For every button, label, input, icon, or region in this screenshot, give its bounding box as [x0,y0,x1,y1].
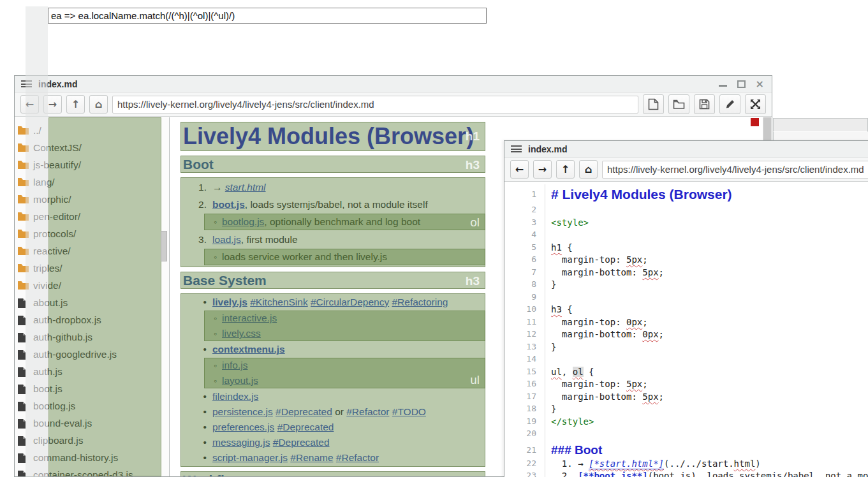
heading-text: Boot [183,157,214,172]
markdown-link[interactable]: #Refactor [336,452,379,463]
line-number: 14 [504,354,545,367]
markdown-link[interactable]: #Rename [290,452,333,463]
code-editor[interactable]: 1# Lively4 Modules (Browser)23<style>45h… [504,182,868,477]
code-text: } [545,279,556,292]
sidebar-item-label: auth-googledrive.js [33,349,117,360]
maximize-button[interactable] [737,80,746,88]
sidebar-item-lang[interactable]: lang/ [15,173,169,191]
sidebar-item-auth-dropbox.js[interactable]: auth-dropbox.js [15,311,169,328]
code-text: 2. [**boot.js**](boot.js), loads systemj… [545,471,868,477]
list-item-text: interactive.js [222,311,277,326]
code-text: margin-bottom: 5px; [545,392,664,404]
url-input[interactable] [602,161,868,179]
code-token: margin-top: [551,379,626,389]
markdown-link[interactable]: bootlog.js [222,216,264,227]
code-token: } [551,279,556,290]
filter-input[interactable] [48,8,487,24]
up-button[interactable]: ↑ [66,95,85,114]
markdown-link[interactable]: script-manager.js [212,452,288,463]
sidebar-item-clipboard.js[interactable]: clipboard.js [15,432,169,449]
home-button[interactable]: ⌂ [579,160,598,179]
left-titlebar: index.md × [15,76,772,92]
folder-icon [17,212,30,222]
code-token-wavy: 5px [642,267,658,277]
markdown-link[interactable]: #Deprecated [273,437,330,448]
sidebar-item-vivide[interactable]: vivide/ [15,277,169,294]
markdown-link[interactable]: interactive.js [222,312,277,323]
nested-list-item: ◦bootlog.js, optionally benchmark and lo… [204,214,485,230]
markdown-link[interactable]: preferences.js [212,422,274,432]
list-item-text: contextmenu.js [212,342,285,357]
sidebar-item-triples[interactable]: triples/ [15,260,169,277]
sidebar-item-bound-eval.js[interactable]: bound-eval.js [15,415,169,432]
sidebar-item-about.js[interactable]: about.js [15,294,169,311]
sidebar-item-container-scoped-d3.js[interactable]: container-scoped-d3.js [15,466,169,476]
markdown-link[interactable]: #Deprecated [277,422,334,432]
sidebar-item-bootlog.js[interactable]: bootlog.js [15,397,169,415]
markdown-link[interactable]: layout.js [222,375,258,386]
line-number: 9 [504,292,545,305]
markdown-link[interactable]: lively.js [212,297,247,307]
close-button[interactable]: × [756,80,764,88]
up-button[interactable]: ↑ [556,160,575,179]
left-toolbar: ← → ↑ ⌂ [15,92,772,117]
markdown-link[interactable]: info.js [222,360,248,371]
markdown-link[interactable]: lively.css [222,328,261,339]
new-file-button[interactable] [643,94,664,114]
nested-list: ◦info.js◦layout.js [204,358,485,388]
hamburger-icon[interactable] [511,145,522,152]
sidebar-item-ContextJS[interactable]: ContextJS/ [15,139,169,156]
sidebar-scrollbar-thumb[interactable] [161,231,167,261]
code-line: 17 margin-bottom: 5px; [504,392,868,404]
file-icon [17,298,30,308]
markdown-link[interactable]: #TODO [392,406,426,417]
hamburger-icon[interactable] [21,80,32,87]
sidebar-item-morphic[interactable]: morphic/ [15,191,169,208]
url-input[interactable] [112,96,638,114]
code-token-wavy: h1 [551,242,562,253]
forward-button[interactable]: → [43,95,62,114]
markdown-link[interactable]: start.html [225,182,266,193]
expand-button[interactable] [745,94,766,114]
edit-button[interactable] [719,94,740,114]
code-line: 16 margin-top: 5px; [504,379,868,392]
save-button[interactable] [694,94,715,114]
sidebar-item-label: auth-dropbox.js [33,314,101,326]
markdown-link[interactable]: load.js [212,234,241,245]
markdown-link[interactable]: #Deprecated [276,406,332,417]
markdown-link[interactable]: fileindex.js [212,391,258,402]
open-folder-button[interactable] [668,94,689,114]
code-token: , [562,367,573,377]
home-button[interactable]: ⌂ [89,95,108,114]
minimize-button[interactable] [719,80,727,88]
code-line: 23 2. [**boot.js**](boot.js), loads syst… [504,471,868,477]
sidebar-item-label: command-history.js [33,452,118,464]
forward-button[interactable]: → [533,160,552,179]
list-item-text: script-manager.js #Rename #Refactor [212,450,379,466]
sidebar-item-auth.js[interactable]: auth.js [15,363,169,380]
markdown-link[interactable]: boot.js [212,199,245,210]
sidebar-item-command-history.js[interactable]: command-history.js [15,449,169,466]
line-number: 8 [504,279,545,292]
sidebar-item-pen-editor[interactable]: pen-editor/ [15,208,169,225]
sidebar-item-boot.js[interactable]: boot.js [15,380,169,397]
sidebar-item-auth-googledrive.js[interactable]: auth-googledrive.js [15,346,169,363]
back-button[interactable]: ← [510,160,529,179]
sidebar-item-auth-github.js[interactable]: auth-github.js [15,328,169,346]
markdown-link[interactable]: contextmenu.js [212,344,285,355]
markdown-link[interactable]: #Refactor [346,406,389,417]
content-scrollbar-thumb[interactable] [763,117,771,140]
line-number: 23 [504,471,545,477]
markdown-link[interactable]: #KitchenSink [250,297,307,307]
markdown-link[interactable]: #CircularDepency [311,297,389,307]
right-window: index.md ← → ↑ ⌂ 1# Lively4 Modules (Bro… [504,140,868,477]
sidebar-item-reactive[interactable]: reactive/ [15,242,169,260]
markdown-link[interactable]: #Refactoring [392,297,448,307]
markdown-link[interactable]: persistence.js [212,406,273,417]
sidebar-item-js-beautify[interactable]: js-beautify/ [15,156,169,173]
background-window-titlebar [773,118,868,132]
back-button[interactable]: ← [20,95,39,114]
markdown-link[interactable]: messaging.js [212,437,270,448]
sidebar-item-..[interactable]: ../ [15,122,169,139]
sidebar-item-protocols[interactable]: protocols/ [15,225,169,242]
